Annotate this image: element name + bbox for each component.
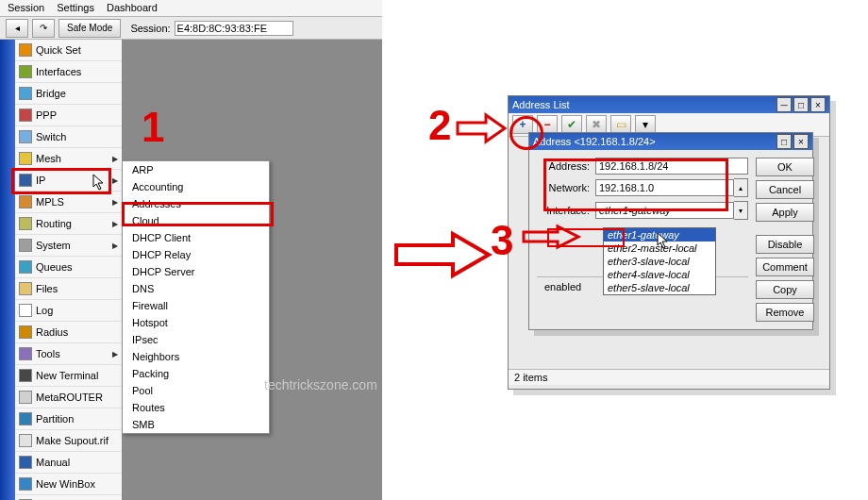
sidebar-item-files[interactable]: Files xyxy=(15,278,122,300)
minimize-button[interactable]: ─ xyxy=(776,97,792,112)
sidebar-item-label: Radius xyxy=(36,326,68,338)
redo-button[interactable]: ↷ xyxy=(32,19,55,38)
comment-button[interactable]: ▭ xyxy=(610,115,631,134)
ma-icon xyxy=(19,456,32,469)
sidebar-item-make-supout-rif[interactable]: Make Supout.rif xyxy=(15,430,122,452)
submenu-item-arp[interactable]: ARP xyxy=(123,161,269,178)
sidebar-item-label: MetaROUTER xyxy=(36,392,103,403)
submenu-item-packing[interactable]: Packing xyxy=(123,365,269,382)
menu-dashboard[interactable]: Dashboard xyxy=(107,0,167,13)
sidebar-item-label: Files xyxy=(36,283,58,294)
cancel-button[interactable]: Cancel xyxy=(756,180,814,199)
ip-submenu[interactable]: ARPAccountingAddressesCloudDHCP ClientDH… xyxy=(122,160,270,434)
watermark: techtrickszone.com xyxy=(264,377,377,392)
q-icon xyxy=(19,43,32,57)
sidebar-item-mesh[interactable]: Mesh▶ xyxy=(15,148,122,170)
disable-button[interactable]: ✖ xyxy=(586,115,607,134)
sidebar-item-new-winbox[interactable]: New WinBox xyxy=(15,474,122,495)
filter-button[interactable]: ▾ xyxy=(635,115,656,134)
submenu-item-accounting[interactable]: Accounting xyxy=(123,178,269,195)
sidebar-item-label: Tools xyxy=(36,348,60,359)
submenu-item-dns[interactable]: DNS xyxy=(123,280,269,297)
submenu-item-dhcp-client[interactable]: DHCP Client xyxy=(123,229,269,246)
back-button[interactable]: ◂ xyxy=(6,19,28,38)
nt-icon xyxy=(19,369,32,382)
sidebar-item-label: Queues xyxy=(36,261,73,273)
address-list-title[interactable]: Address List ─ □ × xyxy=(509,96,829,113)
address-input[interactable] xyxy=(595,158,748,175)
safe-mode-button[interactable]: Safe Mode xyxy=(58,19,121,38)
network-up-icon[interactable]: ▴ xyxy=(734,178,748,197)
submenu-item-hotspot[interactable]: Hotspot xyxy=(123,314,269,331)
sidebar-item-metarouter[interactable]: MetaROUTER xyxy=(15,387,122,408)
chevron-right-icon: ▶ xyxy=(112,350,118,358)
dialog-close-button[interactable]: × xyxy=(793,134,809,149)
interface-option[interactable]: ether2-master-local xyxy=(604,242,715,255)
remove-button[interactable]: Remove xyxy=(756,303,814,322)
f-icon xyxy=(19,282,32,295)
sidebar-item-bridge[interactable]: Bridge xyxy=(15,83,122,105)
menu-settings[interactable]: Settings xyxy=(57,0,104,13)
comment-button[interactable]: Comment xyxy=(756,258,814,276)
submenu-item-neighbors[interactable]: Neighbors xyxy=(123,348,269,365)
sidebar-item-new-terminal[interactable]: New Terminal xyxy=(15,365,122,387)
remove-button[interactable]: − xyxy=(537,115,558,134)
interface-dropdown[interactable]: ether1-gatewayether2-master-localether3-… xyxy=(603,227,716,295)
sidebar-item-quick-set[interactable]: Quick Set xyxy=(15,40,122,61)
sidebar-item-radius[interactable]: Radius xyxy=(15,322,122,343)
add-button[interactable]: + xyxy=(512,115,533,134)
ok-button[interactable]: OK xyxy=(756,158,814,176)
chevron-right-icon: ▶ xyxy=(112,198,118,207)
sidebar-item-interfaces[interactable]: Interfaces xyxy=(15,61,122,83)
submenu-item-addresses[interactable]: Addresses xyxy=(123,195,269,212)
nw-icon xyxy=(19,477,32,491)
address-list-status: 2 items xyxy=(509,369,829,385)
close-button[interactable]: × xyxy=(810,97,826,112)
interface-option[interactable]: ether5-slave-local xyxy=(604,281,715,294)
address-dialog: Address <192.168.1.8/24> □ × Address: Ne… xyxy=(528,132,813,330)
submenu-item-routes[interactable]: Routes xyxy=(123,399,269,416)
sidebar-item-partition[interactable]: Partition xyxy=(15,408,122,430)
interface-option[interactable]: ether4-slave-local xyxy=(604,268,715,281)
sidebar-item-label: New Terminal xyxy=(36,370,98,381)
sidebar-item-queues[interactable]: Queues xyxy=(15,257,122,278)
interface-option[interactable]: ether3-slave-local xyxy=(604,255,715,268)
sidebar-item-log[interactable]: Log xyxy=(15,300,122,322)
sidebar-item-ppp[interactable]: PPP xyxy=(15,105,122,126)
maximize-button[interactable]: □ xyxy=(793,97,809,112)
sidebar-item-mpls[interactable]: MPLS▶ xyxy=(15,192,122,213)
network-input[interactable] xyxy=(595,179,734,196)
submenu-item-ipsec[interactable]: IPsec xyxy=(123,331,269,348)
disable-button[interactable]: Disable xyxy=(756,235,814,254)
submenu-item-firewall[interactable]: Firewall xyxy=(123,297,269,314)
interface-label: Interface: xyxy=(537,205,590,216)
sidebar-item-routing[interactable]: Routing▶ xyxy=(15,213,122,235)
interface-input[interactable] xyxy=(595,202,734,219)
address-dialog-title[interactable]: Address <192.168.1.8/24> □ × xyxy=(529,133,812,150)
sidebar-item-tools[interactable]: Tools▶ xyxy=(15,343,122,365)
address-list-title-text: Address List xyxy=(512,99,570,110)
sidebar-item-exit[interactable]: Exit xyxy=(15,495,122,500)
enable-button[interactable]: ✔ xyxy=(561,115,582,134)
pa-icon xyxy=(19,412,32,425)
interface-option[interactable]: ether1-gateway xyxy=(604,228,715,242)
p-icon xyxy=(19,108,32,122)
sidebar-item-manual[interactable]: Manual xyxy=(15,452,122,474)
dialog-minimize-button[interactable]: □ xyxy=(776,134,792,149)
session-input[interactable] xyxy=(175,21,293,36)
submenu-item-dhcp-server[interactable]: DHCP Server xyxy=(123,263,269,280)
interface-dropdown-icon[interactable]: ▾ xyxy=(734,201,748,220)
sidebar-item-ip[interactable]: IP▶ xyxy=(15,170,122,192)
menu-session[interactable]: Session xyxy=(8,0,54,13)
copy-button[interactable]: Copy xyxy=(756,280,814,299)
submenu-item-cloud[interactable]: Cloud xyxy=(123,212,269,229)
m-icon xyxy=(19,152,32,165)
sidebar-item-switch[interactable]: Switch xyxy=(15,126,122,148)
sidebar-item-system[interactable]: System▶ xyxy=(15,235,122,257)
apply-button[interactable]: Apply xyxy=(756,203,814,222)
address-label: Address: xyxy=(537,160,590,172)
annotation-arrow-2 xyxy=(458,115,507,145)
submenu-item-pool[interactable]: Pool xyxy=(123,382,269,399)
submenu-item-dhcp-relay[interactable]: DHCP Relay xyxy=(123,246,269,263)
submenu-item-smb[interactable]: SMB xyxy=(123,416,269,433)
